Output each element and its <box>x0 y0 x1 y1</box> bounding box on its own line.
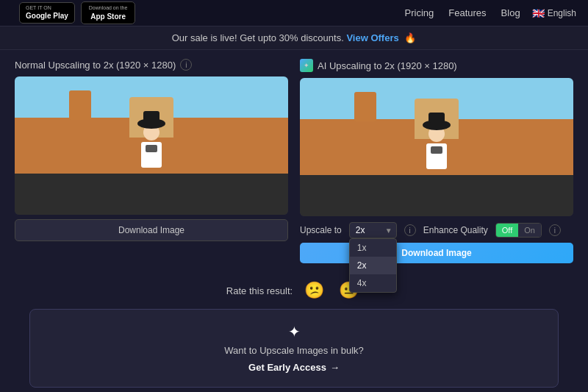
language-label: English <box>548 8 576 18</box>
right-panel-label: AI Upscaling to 2x (1920 × 1280) <box>318 60 457 71</box>
person-figure-right <box>422 126 451 177</box>
store-badges: GET IT ON Google Play Download on the Ap… <box>19 1 135 24</box>
right-download-button[interactable]: Download Image <box>300 243 573 263</box>
upscale-label: Upscale to <box>300 225 342 235</box>
promo-emoji: 🔥 <box>404 32 416 43</box>
upscale-info-icon[interactable]: i <box>404 224 416 236</box>
right-image-box <box>300 78 573 216</box>
features-link[interactable]: Features <box>445 7 489 18</box>
enhance-quality-label: Enhance Quality <box>423 225 488 235</box>
enhance-toggle[interactable]: Off On <box>495 223 542 238</box>
left-download-button[interactable]: Download Image <box>15 219 288 241</box>
right-panel: ✦ AI Upscaling to 2x (1920 × 1280) Upsca… <box>300 59 573 263</box>
toggle-on-button[interactable]: On <box>518 224 541 237</box>
promo-text: Our sale is live! Get upto 30% discounts… <box>172 32 344 43</box>
left-panel-title: Normal Upscaling to 2x (1920 × 1280) i <box>15 59 288 71</box>
person-body-left <box>141 142 162 168</box>
blog-link[interactable]: Blog <box>498 7 523 18</box>
option-1x[interactable]: 1x <box>350 239 396 257</box>
person-head-left <box>143 124 159 140</box>
right-panel-title: ✦ AI Upscaling to 2x (1920 × 1280) <box>300 59 573 72</box>
early-access-arrow-icon: → <box>330 362 340 373</box>
left-panel-info-icon[interactable]: i <box>180 59 192 71</box>
app-store-badge[interactable]: Download on the App Store <box>81 1 136 24</box>
person-body-right <box>426 143 447 169</box>
toggle-off-button[interactable]: Off <box>496 224 518 237</box>
left-image-box <box>15 76 288 215</box>
google-play-label-bottom: Google Play <box>26 12 68 21</box>
bad-rating-button[interactable]: 😕 <box>301 281 327 300</box>
google-play-badge[interactable]: GET IT ON Google Play <box>19 2 75 23</box>
person-hat-left <box>137 118 165 129</box>
app-store-label-top: Download on the <box>89 4 128 11</box>
right-image-scene <box>300 78 573 216</box>
main-content: Normal Upscaling to 2x (1920 × 1280) i D… <box>0 50 588 392</box>
google-play-label-top: GET IT ON <box>26 5 68 11</box>
app-store-label-bottom: App Store <box>90 12 126 21</box>
left-image-scene <box>15 76 288 215</box>
person-head-right <box>429 126 445 142</box>
rate-label: Rate this result: <box>226 285 293 296</box>
left-panel: Normal Upscaling to 2x (1920 × 1280) i D… <box>15 59 288 263</box>
view-offers-link[interactable]: View Offers <box>346 32 398 43</box>
enhance-info-icon[interactable]: i <box>549 224 561 236</box>
upscale-dropdown[interactable]: 1x 2x 4x <box>349 238 397 293</box>
language-selector[interactable]: 🇬🇧 English <box>532 7 576 19</box>
pricing-link[interactable]: Pricing <box>402 7 437 18</box>
left-panel-label: Normal Upscaling to 2x (1920 × 1280) <box>15 60 176 71</box>
person-hat-right <box>423 120 451 130</box>
upscale-select[interactable]: 1x 2x 4x <box>349 222 397 238</box>
bulk-banner: ✦ Want to Upscale Images in bulk? Get Ea… <box>29 309 559 388</box>
rating-row: Rate this result: 😕 😐 <box>15 274 573 309</box>
flag-icon: 🇬🇧 <box>532 7 545 19</box>
ai-icon: ✦ <box>300 59 313 72</box>
panels-row: Normal Upscaling to 2x (1920 × 1280) i D… <box>15 59 573 263</box>
navbar: GET IT ON Google Play Download on the Ap… <box>0 0 588 26</box>
promo-banner: Our sale is live! Get upto 30% discounts… <box>0 26 588 50</box>
early-access-link[interactable]: Get Early Access → <box>248 362 340 373</box>
early-access-label: Get Early Access <box>248 362 326 373</box>
bulk-title: Want to Upscale Images in bulk? <box>45 345 543 356</box>
bulk-icon: ✦ <box>45 323 543 341</box>
person-figure-left <box>137 124 166 176</box>
upscale-select-wrapper[interactable]: 1x 2x 4x ▼ 1x 2x 4x <box>349 222 397 238</box>
option-2x[interactable]: 2x <box>350 257 396 274</box>
option-4x[interactable]: 4x <box>350 274 396 292</box>
